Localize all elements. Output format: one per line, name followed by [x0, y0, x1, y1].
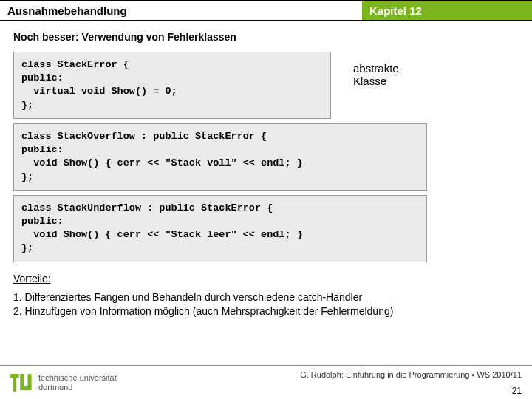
code-block-1: class StackError { public: virtual void …: [13, 52, 331, 119]
page-number: 21: [512, 386, 522, 396]
subtitle: Noch besser: Verwendung von Fehlerklasse…: [13, 31, 519, 43]
svg-rect-4: [20, 386, 31, 390]
code-block-3: class StackUnderflow : public StackError…: [13, 195, 427, 262]
svg-rect-3: [28, 374, 32, 388]
advantages-heading: Vorteile:: [13, 273, 519, 284]
uni-line1: technische universität: [38, 373, 117, 382]
svg-rect-2: [20, 374, 24, 388]
chapter-label: Kapitel 12: [362, 0, 532, 21]
slide-title: Ausnahmebehandlung: [0, 0, 362, 21]
advantages-list: 1. Differenziertes Fangen und Behandeln …: [13, 290, 519, 318]
uni-line2: dortmund: [38, 383, 117, 392]
code-block-2: class StackOverflow : public StackError …: [13, 123, 427, 191]
university-name: technische universität dortmund: [38, 373, 117, 391]
footer: technische universität dortmund G. Rudol…: [0, 365, 532, 399]
tu-logo-icon: [9, 370, 34, 395]
annotation-abstract: abstrakte Klasse: [353, 62, 399, 87]
credit-line: G. Rudolph: Einführung in die Programmie…: [300, 370, 522, 379]
header-bar: Ausnahmebehandlung Kapitel 12: [0, 0, 532, 21]
code-row-1: class StackError { public: virtual void …: [13, 52, 519, 119]
university-logo: technische universität dortmund: [9, 370, 117, 395]
slide-content: Noch besser: Verwendung von Fehlerklasse…: [0, 21, 532, 318]
svg-rect-1: [13, 374, 16, 392]
